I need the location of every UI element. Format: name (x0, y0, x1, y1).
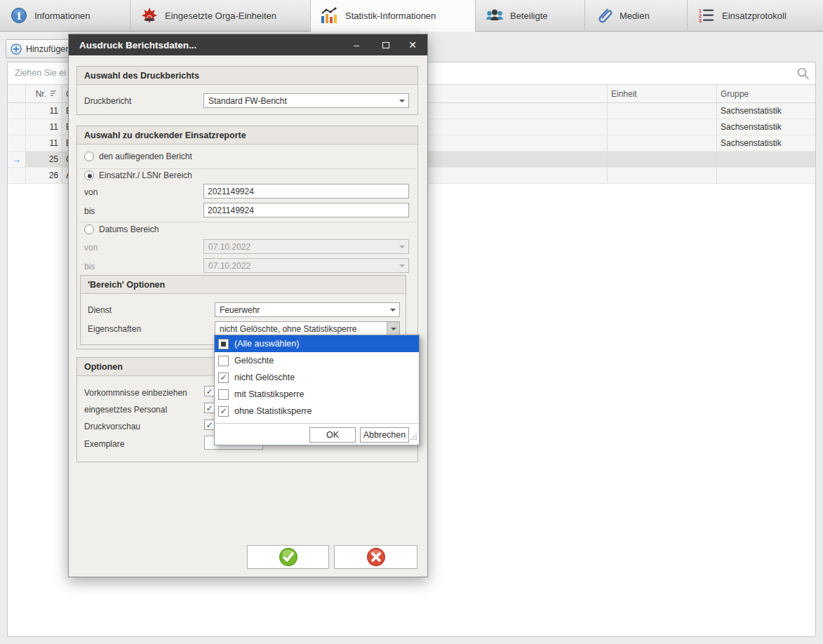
close-icon: ✕ (408, 39, 417, 51)
datum-von-label: von (84, 243, 98, 253)
cell-gruppe: Sachsenstatistik (717, 135, 815, 151)
druckbericht-combobox[interactable]: Standard FW-Bericht (203, 93, 409, 108)
einsatznr-bis-input[interactable] (203, 203, 409, 217)
section-druckbericht: Auswahl des Druckberichts Druckbericht S… (76, 66, 418, 115)
checkmark-icon: ✓ (220, 373, 227, 382)
tab-label: Eingesetzte Orga-Einheiten (165, 11, 276, 21)
section-header: 'Bereich' Optionen (81, 276, 406, 294)
section-einsatzreporte: Auswahl zu druckender Einsatzreporte den… (76, 126, 418, 349)
radio-circle-icon (84, 224, 94, 234)
tab-medien[interactable]: Medien (585, 0, 688, 32)
chevron-down-icon[interactable] (387, 303, 399, 316)
bar-chart-icon (321, 6, 339, 25)
dropdown-item-alle-auswaehlen[interactable]: (Alle auswählen) (215, 335, 419, 352)
cell-einheit (608, 119, 717, 135)
add-plus-icon (11, 43, 22, 55)
column-header-label: Gruppe (721, 89, 749, 99)
confirm-button[interactable] (247, 545, 329, 569)
dropdown-item-geloeschte[interactable]: Gelöschte (215, 352, 419, 369)
column-header-gruppe[interactable]: Gruppe (717, 85, 815, 102)
radio-datums-bereich[interactable]: Datums Bereich (84, 224, 159, 234)
druckvorschau-checkbox[interactable]: ✓ (204, 420, 215, 430)
cell-nr: 25 (26, 152, 62, 167)
cell-gruppe (717, 168, 815, 183)
eigenschaften-combobox[interactable]: nicht Gelöschte, ohne Statistiksperre (215, 321, 400, 336)
search-icon[interactable] (796, 67, 810, 83)
dropdown-item-ohne-statistiksperre[interactable]: ✓ ohne Statistiksperre (215, 403, 419, 420)
indeterminate-checkbox-icon[interactable] (218, 339, 229, 349)
tab-label: Informationen (34, 11, 91, 21)
ok-button[interactable]: OK (309, 427, 356, 443)
einsatznr-von-input[interactable] (203, 184, 409, 199)
maximize-button[interactable] (375, 34, 396, 55)
tab-statistik-informationen[interactable]: Statistik-Informationen (311, 0, 476, 32)
radio-label: EinsatzNr./ LSNr Bereich (99, 170, 192, 180)
dropdown-item-nicht-geloeschte[interactable]: ✓ nicht Gelöschte (215, 369, 419, 386)
svg-text:3: 3 (699, 18, 702, 23)
group-by-hint: Ziehen Sie ei (15, 68, 66, 78)
eigenschaften-label: Eigenschaften (88, 324, 141, 334)
checkmark-icon: ✓ (206, 403, 213, 413)
people-icon (486, 6, 504, 25)
minimize-button[interactable]: – (346, 34, 367, 55)
vorkommnisse-label: Vorkommnisse einbeziehen (84, 388, 187, 398)
tab-eingesetzte-orga-einheiten[interactable]: Eingesetzte Orga-Einheiten (131, 0, 311, 32)
close-button[interactable]: ✕ (402, 34, 423, 55)
dropdown-item-label: nicht Gelöschte (234, 373, 295, 382)
tab-informationen[interactable]: i Informationen (0, 0, 131, 32)
column-header-einheit[interactable]: Einheit (608, 85, 717, 102)
chevron-down-icon (396, 259, 408, 272)
chevron-down-icon[interactable] (387, 322, 399, 335)
row-indicator-cell: → (8, 152, 26, 167)
section-header-label: Auswahl zu druckender Einsatzreporte (84, 130, 246, 140)
svg-text:i: i (17, 10, 21, 22)
column-header-nr[interactable]: Nr. (26, 85, 62, 102)
row-indicator-cell (8, 119, 26, 135)
dropdown-item-label: mit Statistiksperre (234, 389, 304, 399)
radio-aufliegender-bericht[interactable]: den aufliegenden Bericht (84, 152, 192, 161)
druckvorschau-label: Druckvorschau (84, 422, 140, 431)
tab-beteiligte[interactable]: Beteiligte (476, 0, 585, 32)
cell-gruppe: Sachsenstatistik (717, 119, 815, 135)
row-indicator-cell (8, 135, 26, 151)
dropdown-item-label: ohne Statistiksperre (234, 406, 312, 416)
abbrechen-button[interactable]: Abbrechen (360, 427, 409, 443)
chevron-down-icon[interactable] (396, 94, 408, 107)
tab-einsatzprotokoll[interactable]: 123 Einsatzprotokoll (688, 0, 823, 32)
dropdown-item-mit-statistiksperre[interactable]: mit Statistiksperre (215, 386, 419, 403)
paperclip-icon (595, 6, 613, 25)
red-cross-icon (366, 547, 386, 567)
tab-label: Statistik-Informationen (345, 11, 436, 21)
cell-einheit (608, 152, 717, 167)
svg-text:2: 2 (699, 13, 702, 18)
vorkommnisse-checkbox[interactable]: ✓ (204, 386, 215, 396)
column-header-label: Einheit (611, 89, 637, 99)
unchecked-checkbox-icon[interactable] (218, 356, 229, 366)
radio-einsatznr-bereich[interactable]: EinsatzNr./ LSNr Bereich (84, 170, 192, 180)
radio-label: Datums Bereich (99, 224, 159, 234)
cancel-button[interactable] (334, 545, 417, 569)
von-label: von (84, 187, 98, 197)
checked-checkbox-icon[interactable]: ✓ (218, 406, 229, 417)
dropdown-item-label: Gelöschte (234, 356, 274, 365)
sort-ascending-icon (51, 89, 58, 99)
dienst-combobox[interactable]: Feuerwehr (215, 302, 400, 317)
section-header-label: 'Bereich' Optionen (88, 280, 165, 290)
cell-nr: 26 (26, 168, 62, 183)
section-header-label: Auswahl des Druckberichts (84, 71, 199, 81)
exemplare-label: Exemplare (84, 439, 124, 449)
section-header: Auswahl des Druckberichts (77, 67, 417, 85)
minimize-icon: – (354, 40, 359, 51)
resize-grip[interactable] (410, 431, 417, 443)
popup-footer: OK Abbrechen (215, 423, 419, 445)
dialog-titlebar[interactable]: Ausdruck Berichtsdaten... – ✕ (69, 34, 427, 55)
checkmark-icon: ✓ (206, 420, 213, 430)
section-header: Auswahl zu druckender Einsatzreporte (77, 126, 417, 145)
personal-checkbox[interactable]: ✓ (204, 403, 215, 413)
datum-von-combobox: 07.10.2022 (203, 239, 409, 254)
unchecked-checkbox-icon[interactable] (218, 389, 229, 400)
cell-gruppe (717, 152, 815, 167)
checked-checkbox-icon[interactable]: ✓ (218, 373, 229, 383)
row-indicator-header (8, 85, 26, 102)
datum-bis-label: bis (84, 262, 95, 271)
